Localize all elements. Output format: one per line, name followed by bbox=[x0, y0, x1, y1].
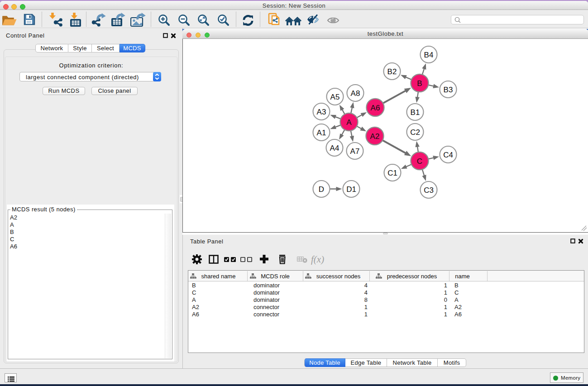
svg-text:B3: B3 bbox=[444, 85, 453, 94]
svg-text:B4: B4 bbox=[424, 50, 434, 59]
svg-text:A6: A6 bbox=[371, 103, 380, 112]
svg-text:B: B bbox=[417, 79, 422, 87]
svg-text:C1: C1 bbox=[387, 168, 397, 177]
svg-text:D1: D1 bbox=[346, 185, 356, 193]
svg-text:A5: A5 bbox=[330, 92, 340, 101]
svg-text:A1: A1 bbox=[317, 128, 326, 137]
svg-text:C3: C3 bbox=[424, 186, 434, 194]
svg-text:A4: A4 bbox=[330, 143, 339, 152]
svg-text:A: A bbox=[346, 118, 352, 126]
svg-text:A2: A2 bbox=[370, 132, 380, 140]
svg-text:B1: B1 bbox=[411, 108, 420, 116]
svg-text:C2: C2 bbox=[410, 128, 420, 136]
svg-text:C4: C4 bbox=[443, 150, 453, 159]
svg-text:D: D bbox=[319, 185, 324, 193]
svg-text:A8: A8 bbox=[351, 89, 360, 97]
svg-text:A7: A7 bbox=[350, 147, 360, 155]
svg-text:B2: B2 bbox=[387, 67, 397, 76]
svg-text:C: C bbox=[417, 157, 422, 165]
svg-text:A3: A3 bbox=[317, 107, 326, 116]
